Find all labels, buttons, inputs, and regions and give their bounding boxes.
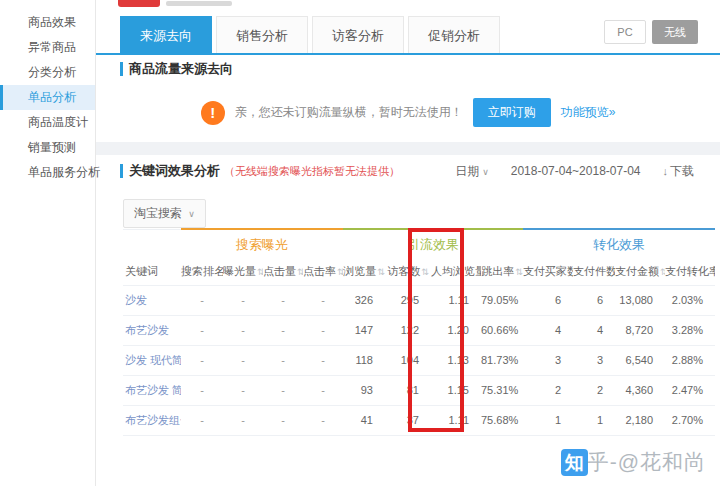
table-cell: - [223,405,263,435]
table-cell: 2,180 [615,405,665,435]
tab-active[interactable]: 来源去向 [120,16,212,53]
sidebar: 商品效果异常商品分类分析单品分析商品温度计销量预测单品服务分析 [0,0,96,486]
keyword-table-wrap: 搜索曝光引流效果转化效果关键词搜索排名⇅曝光量⇅点击量⇅点击率⇅浏览量⇅访客数⇅… [123,228,715,436]
download-button[interactable]: ↓下载 [663,163,695,180]
column-header-sortable[interactable]: 支付转化率⇅ [665,259,715,285]
sidebar-item-link[interactable]: 单品服务分析 [0,160,95,185]
table-cell: 3.28% [665,315,715,345]
date-dropdown[interactable]: 日期∨ [455,163,489,180]
column-header-sortable[interactable]: 支付金额⇅ [615,259,665,285]
table-cell: - [303,345,343,375]
table-row: 沙发----3262951.1179.05%6613,0802.03% [123,285,715,315]
table-cell: - [303,315,343,345]
table-cell: 118 [343,345,385,375]
keyword-section-note: （无线端搜索曝光指标暂无法提供） [224,164,400,179]
table-cell: - [303,405,343,435]
table-cell: 6,540 [615,345,665,375]
column-header-keyword: 关键词 [123,259,181,285]
table-cell: 4 [573,315,615,345]
table-cell: 41 [343,405,385,435]
column-header-sortable[interactable]: 人均浏览量⇅ [431,259,481,285]
zhihu-logo-icon: 知 [561,449,588,476]
table-cell: - [181,375,223,405]
table-cell: 1.15 [431,375,481,405]
table-cell: 81.73% [481,345,523,375]
column-header-sortable[interactable]: 浏览量⇅ [343,259,385,285]
order-now-button[interactable]: 立即订购 [473,98,551,127]
group-header: 搜索曝光 [181,229,343,259]
keyword-link[interactable]: 布艺沙发组合 套 [123,405,181,435]
tab[interactable]: 访客分析 [312,16,404,53]
column-header-sortable[interactable]: 支付件数⇅ [573,259,615,285]
date-range-value: 2018-07-04~2018-07-04 [511,164,641,178]
table-cell: 147 [343,315,385,345]
table-cell: - [181,285,223,315]
group-header: 引流效果 [343,229,523,259]
table-cell: 1.11 [431,405,481,435]
table-cell: 4,360 [615,375,665,405]
table-cell: 122 [385,315,431,345]
table-cell: 1.13 [431,345,481,375]
table-cell: - [223,285,263,315]
table-cell: 60.66% [481,315,523,345]
sidebar-item-link[interactable]: 分类分析 [0,60,95,85]
keyword-link[interactable]: 布艺沙发 [123,315,181,345]
sort-icon: ⇅ [515,267,523,277]
table-cell: 3 [523,345,573,375]
column-header-sortable[interactable]: 点击量⇅ [263,259,303,285]
sidebar-item-link[interactable]: 商品效果 [0,10,95,35]
watermark: 知 乎-@花和尚 [561,448,706,476]
table-cell: 6 [523,285,573,315]
table-cell: 2.03% [665,285,715,315]
table-cell: 295 [385,285,431,315]
keyword-link[interactable]: 沙发 现代简约 [123,345,181,375]
table-cell: 1.11 [431,285,481,315]
group-header-spacer [123,229,181,259]
tab[interactable]: 销售分析 [216,16,308,53]
table-row: 布艺沙发 简约现----93811.1575.31%224,3602.47% [123,375,715,405]
column-header-sortable[interactable]: 曝光量⇅ [223,259,263,285]
table-cell: 326 [343,285,385,315]
table-cell: 8,720 [615,315,665,345]
keyword-section-controls: 日期∨ 2018-07-04~2018-07-04 ↓下载 [455,163,694,180]
pc-toggle-button[interactable]: PC [604,20,646,44]
column-header-sortable[interactable]: 支付买家数⇅ [523,259,573,285]
column-header-sortable[interactable]: 搜索排名⇅ [181,259,223,285]
table-cell: - [303,375,343,405]
channel-select[interactable]: 淘宝搜索 ∨ [123,199,206,228]
sidebar-item-link[interactable]: 销量预测 [0,135,95,160]
table-cell: 1.20 [431,315,481,345]
main-content: 来源去向销售分析访客分析促销分析 PC 无线 商品流量来源去向 ! 亲，您还未订… [96,0,720,486]
sidebar-item-link[interactable]: 商品温度计 [0,110,95,135]
tab-underline [96,53,720,55]
tab[interactable]: 促销分析 [408,16,500,53]
subscription-notice: ! 亲，您还未订购流量纵横，暂时无法使用！ 立即订购 功能预览» [96,98,720,127]
keyword-link[interactable]: 沙发 [123,285,181,315]
download-icon: ↓ [663,165,669,177]
table-cell: 37 [385,405,431,435]
keyword-link[interactable]: 布艺沙发 简约现 [123,375,181,405]
top-red-badge [118,0,160,7]
sidebar-item-active[interactable]: 单品分析 [0,85,95,110]
notice-text: 亲，您还未订购流量纵横，暂时无法使用！ [235,104,463,121]
table-cell: 4 [523,315,573,345]
title-marker [120,164,123,178]
keyword-effect-table: 搜索曝光引流效果转化效果关键词搜索排名⇅曝光量⇅点击量⇅点击率⇅浏览量⇅访客数⇅… [123,228,715,436]
column-header-sortable[interactable]: 跳出率⇅ [481,259,523,285]
table-cell: 13,080 [615,285,665,315]
table-cell: 1 [573,405,615,435]
table-cell: - [223,375,263,405]
keyword-section-header: 关键词效果分析 （无线端搜索曝光指标暂无法提供） 日期∨ 2018-07-04~… [96,162,720,180]
warning-icon: ! [201,101,225,125]
table-cell: 2.47% [665,375,715,405]
column-header-sortable[interactable]: 点击率⇅ [303,259,343,285]
table-cell: - [263,315,303,345]
flow-section-title: 商品流量来源去向 [120,60,233,78]
table-cell: 104 [385,345,431,375]
feature-preview-link[interactable]: 功能预览» [561,104,616,121]
section-title-text: 商品流量来源去向 [129,60,233,78]
table-cell: 6 [573,285,615,315]
wireless-toggle-button[interactable]: 无线 [652,20,698,44]
column-header-sortable[interactable]: 访客数⇅ [385,259,431,285]
sidebar-item-link[interactable]: 异常商品 [0,35,95,60]
